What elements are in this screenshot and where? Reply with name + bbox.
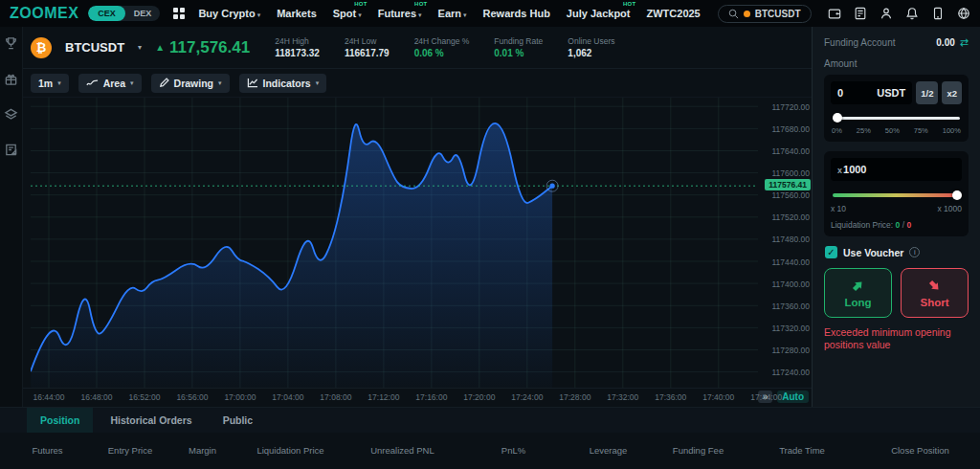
- time-tick-label: 17:12:00: [361, 392, 407, 402]
- indicators-button[interactable]: Indicators▾: [239, 74, 327, 93]
- layers-icon[interactable]: [4, 107, 18, 122]
- amount-input[interactable]: 0 USDT: [831, 81, 912, 104]
- stat-24h-high: 24H High118173.32: [275, 36, 320, 58]
- indicators-icon: [247, 78, 258, 88]
- hot-badge: HOT: [623, 1, 636, 7]
- leverage-box: x1000 x 10 x 1000 Liquidation Price: 0 /…: [824, 151, 969, 236]
- search-value: BTCUSDT: [755, 9, 801, 19]
- price-tick-label: 117680.00: [771, 124, 810, 134]
- chart-type-button[interactable]: Area▾: [78, 74, 142, 93]
- x2-button[interactable]: x2: [942, 81, 962, 104]
- tab-public[interactable]: Public: [210, 408, 267, 433]
- amount-slider[interactable]: [833, 113, 960, 123]
- user-icon[interactable]: [880, 7, 893, 20]
- zoomex-logo: ZOOMEX: [10, 5, 78, 22]
- dex-toggle[interactable]: DEX: [125, 6, 161, 21]
- use-voucher-checkbox[interactable]: ✓: [825, 246, 837, 258]
- nav-item-buy-crypto[interactable]: Buy Crypto▾: [198, 8, 260, 19]
- time-tick-label: 17:32:00: [600, 392, 646, 402]
- price-chart[interactable]: 117240.00117280.00117320.00117360.001174…: [23, 98, 812, 388]
- nav-item-zwtc2025[interactable]: ZWTC2025: [647, 8, 701, 19]
- tab-position[interactable]: Position: [27, 408, 93, 433]
- cex-dex-toggle[interactable]: CEX DEX: [88, 6, 160, 21]
- nav-item-futures[interactable]: HOTFutures▾: [378, 8, 422, 19]
- half-button[interactable]: 1/2: [916, 81, 938, 104]
- symbol-dropdown-caret-icon[interactable]: ▾: [138, 43, 142, 52]
- liquidation-price: Liquidation Price: 0 / 0: [831, 220, 962, 230]
- time-tick-label: 17:28:00: [552, 392, 598, 402]
- amount-box: 0 USDT 1/2 x2 0% 25% 50% 75% 100%: [824, 75, 969, 142]
- info-icon[interactable]: i: [909, 247, 920, 257]
- leverage-slider-handle[interactable]: [952, 190, 962, 200]
- tab-historical-orders[interactable]: Historical Orders: [97, 408, 205, 433]
- trophy-icon[interactable]: [4, 36, 18, 51]
- current-price-badge: 117576.41: [765, 179, 811, 190]
- amount-slider-handle[interactable]: [833, 113, 842, 123]
- price-tick-label: 117400.00: [771, 279, 810, 289]
- pct-100[interactable]: 100%: [943, 126, 961, 135]
- leverage-max-label: x 1000: [937, 204, 962, 213]
- chevron-down-icon: ▾: [418, 11, 422, 18]
- gift-icon[interactable]: [4, 72, 18, 86]
- price-tick-label: 117720.00: [771, 102, 810, 112]
- apps-grid-icon[interactable]: [173, 8, 185, 19]
- nav-item-earn[interactable]: Earn▾: [438, 8, 467, 19]
- device-icon[interactable]: [931, 7, 945, 20]
- pct-25[interactable]: 25%: [857, 126, 871, 135]
- transfer-icon[interactable]: ⇄: [960, 36, 969, 49]
- pct-0[interactable]: 0%: [832, 126, 842, 135]
- price-scale[interactable]: 117240.00117280.00117320.00117360.001174…: [758, 98, 812, 388]
- notes-icon[interactable]: [4, 143, 18, 157]
- price-tick-label: 117240.00: [771, 368, 810, 377]
- price-tick-label: 117480.00: [771, 234, 810, 244]
- funding-account-value: 0.00: [936, 37, 954, 48]
- orders-icon[interactable]: [854, 7, 867, 20]
- wallet-icon[interactable]: [828, 7, 841, 20]
- amount-value: 0: [837, 87, 843, 99]
- nav-item-markets[interactable]: Markets: [277, 8, 317, 19]
- globe-icon[interactable]: [957, 7, 970, 20]
- arrow-up-right-icon: [851, 279, 865, 293]
- positions-table-header: Futures Entry Price Margin Liquidation P…: [0, 438, 980, 461]
- top-nav: ZOOMEX CEX DEX Buy Crypto▾ Markets HOTSp…: [0, 0, 980, 27]
- price-tick-label: 117640.00: [771, 146, 810, 156]
- leverage-slider[interactable]: [833, 190, 960, 200]
- chevron-down-icon: ▾: [316, 79, 320, 87]
- nav-item-rewards-hub[interactable]: Rewards Hub: [483, 8, 550, 19]
- time-tick-label: 17:00:00: [217, 392, 263, 402]
- chart-svg[interactable]: [31, 98, 758, 388]
- time-tick-label: 17:20:00: [457, 392, 502, 402]
- col-leverage: Leverage: [564, 445, 653, 456]
- amount-label: Amount: [824, 58, 969, 69]
- col-funding-fee: Funding Fee: [653, 445, 744, 456]
- chart-toolbar: 1m▾ Area▾ Drawing▾ Indicators▾: [23, 69, 812, 98]
- hot-badge: HOT: [414, 1, 428, 7]
- search-icon: [728, 9, 739, 19]
- col-liquidation-price: Liquidation Price: [239, 445, 342, 456]
- nav-item-spot[interactable]: HOTSpot▾: [333, 8, 362, 19]
- pct-75[interactable]: 75%: [914, 126, 928, 135]
- interval-button[interactable]: 1m▾: [31, 74, 69, 93]
- time-tick-label: 16:52:00: [122, 392, 167, 402]
- area-chart-icon: [86, 78, 99, 88]
- short-button[interactable]: Short: [901, 268, 969, 318]
- leverage-value: 1000: [843, 164, 866, 175]
- col-pnl-pct: PnL%: [463, 445, 564, 456]
- leverage-min-label: x 10: [831, 204, 846, 213]
- bottom-tabs: Position Historical Orders Public: [0, 407, 980, 433]
- time-tick-label: 17:24:00: [504, 392, 550, 402]
- cex-toggle[interactable]: CEX: [88, 6, 125, 21]
- pct-50[interactable]: 50%: [885, 126, 900, 135]
- btc-dot-icon: [744, 11, 750, 17]
- time-axis[interactable]: » Auto 16:44:0016:48:0016:52:0016:56:001…: [23, 388, 812, 407]
- bell-icon[interactable]: [905, 7, 919, 20]
- search-input[interactable]: BTCUSDT: [718, 5, 812, 23]
- drawing-button[interactable]: Drawing▾: [151, 74, 230, 93]
- nav-item-july-jackpot[interactable]: HOTJuly Jackpot: [567, 8, 631, 19]
- chevron-down-icon: ▾: [218, 79, 222, 87]
- long-button[interactable]: Long: [824, 268, 892, 318]
- leverage-input[interactable]: x1000: [831, 158, 962, 181]
- col-close-position: Close Position: [860, 445, 980, 456]
- chevron-down-icon: ▾: [57, 79, 61, 87]
- stat-online-users: Online Users1,062: [568, 36, 614, 58]
